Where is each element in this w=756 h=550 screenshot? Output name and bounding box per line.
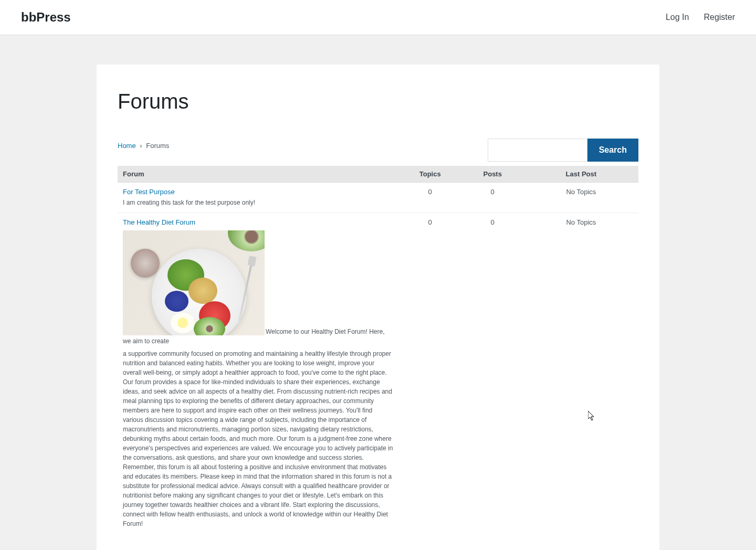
forum-link[interactable]: The Healthy Diet Forum [123,218,195,226]
breadcrumb-current: Forums [146,142,169,150]
register-link[interactable]: Register [704,13,735,22]
breadcrumb-home[interactable]: Home [118,142,136,150]
search-button[interactable]: Search [587,139,638,162]
table-row: The Healthy Diet Forum [118,213,638,534]
breadcrumb-separator: › [140,142,142,150]
forum-link[interactable]: For Test Purpose [123,188,175,196]
col-header-topics: Topics [399,166,461,183]
forums-table: Forum Topics Posts Last Post For Test Pu… [118,166,638,534]
forum-description: Welcome to our Healthy Diet Forum! Here,… [123,228,394,528]
site-header: bbPress Log In Register [0,0,756,35]
login-link[interactable]: Log In [666,13,689,22]
header-nav: Log In Register [666,13,735,22]
search-form: Search [488,139,638,162]
table-row: For Test Purpose I am creating this task… [118,183,638,213]
page-container: Forums Home › Forums Search Forum Topics… [97,65,659,550]
forum-topics-count: 0 [399,183,461,213]
forum-topics-count: 0 [399,213,461,534]
site-title: bbPress [21,10,71,25]
breadcrumb: Home › Forums [118,139,169,150]
search-input[interactable] [488,139,587,162]
forum-description: I am creating this task for the test pur… [123,198,394,207]
col-header-forum: Forum [118,166,399,183]
forum-posts-count: 0 [461,213,524,534]
forum-last-post: No Topics [524,213,638,534]
forum-posts-count: 0 [461,183,524,213]
forum-last-post: No Topics [524,183,638,213]
col-header-last-post: Last Post [524,166,638,183]
forum-description-text: a supportive community focused on promot… [123,349,394,528]
site-title-link[interactable]: bbPress [21,10,71,24]
top-row: Home › Forums Search [118,139,638,162]
col-header-posts: Posts [461,166,524,183]
page-title: Forums [118,90,638,113]
forum-image [123,230,265,335]
